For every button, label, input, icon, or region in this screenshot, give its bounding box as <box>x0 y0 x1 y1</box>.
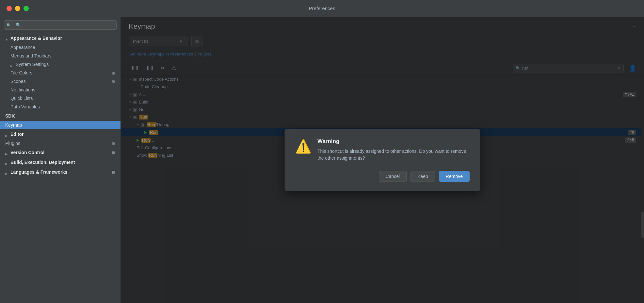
content-area: ← → Keymap macOS ▼ ⚙ Get more keymaps in… <box>121 17 644 303</box>
badge-icon: ▣ <box>112 71 115 75</box>
sidebar-item-label: Plugins <box>5 141 20 146</box>
cancel-button[interactable]: Cancel <box>379 171 407 182</box>
sidebar-item-label: Appearance & Behavior <box>10 36 62 41</box>
sidebar-item-keymap[interactable]: Keymap <box>0 121 121 129</box>
sidebar-item-appearance[interactable]: Appearance <box>0 43 121 52</box>
sidebar-item-label: Editor <box>10 132 24 137</box>
sidebar-item-label: Languages & Frameworks <box>10 169 67 175</box>
sidebar-item-languages-frameworks[interactable]: Languages & Frameworks ▣ <box>0 167 121 177</box>
maximize-button[interactable] <box>24 6 29 11</box>
sidebar-item-label: SDK <box>5 113 15 119</box>
badge-icon: ▣ <box>112 79 115 84</box>
sidebar-item-label: Path Variables <box>10 104 40 109</box>
sidebar-item-label: Build, Execution, Deployment <box>10 160 75 165</box>
close-button[interactable] <box>7 6 12 11</box>
sidebar-item-label: File Colors <box>10 70 32 75</box>
sidebar: Appearance & Behavior Appearance Menus a… <box>0 17 121 303</box>
sidebar-item-label: Scopes <box>10 79 26 84</box>
dialog-title: Warning <box>317 138 470 145</box>
warning-triangle-icon: ⚠️ <box>295 139 312 154</box>
sidebar-item-label: Version Control <box>10 150 44 155</box>
sidebar-item-plugins[interactable]: Plugins ▣ <box>0 139 121 148</box>
sidebar-search-area <box>0 17 121 33</box>
sidebar-item-label: Notifications <box>10 87 35 92</box>
sidebar-search-input[interactable] <box>4 20 117 30</box>
sidebar-item-label: Keymap <box>5 122 22 128</box>
chevron-right-icon <box>5 151 8 154</box>
keep-button[interactable]: Keep <box>411 171 435 182</box>
sidebar-item-appearance-behavior[interactable]: Appearance & Behavior <box>0 33 121 43</box>
sidebar-item-scopes[interactable]: Scopes ▣ <box>0 77 121 86</box>
sidebar-item-version-control[interactable]: Version Control ▣ <box>0 148 121 157</box>
minimize-button[interactable] <box>15 6 20 11</box>
sidebar-item-label: Menus and Toolbars <box>10 53 52 58</box>
badge-icon: ▣ <box>112 151 115 155</box>
chevron-right-icon <box>5 170 8 174</box>
sidebar-item-quick-lists[interactable]: Quick Lists <box>0 94 121 103</box>
window-title: Preferences <box>309 6 335 11</box>
dialog-header: ⚠️ Warning This shortcut is already assi… <box>295 138 470 162</box>
sidebar-item-editor[interactable]: Editor <box>0 129 121 139</box>
sidebar-item-system-settings[interactable]: System Settings <box>0 60 121 69</box>
window-controls[interactable] <box>7 6 29 11</box>
chevron-right-icon <box>10 63 14 66</box>
chevron-right-icon <box>5 133 8 136</box>
dialog-buttons: Cancel Keep Remove <box>295 171 470 182</box>
title-bar: Preferences <box>0 0 644 17</box>
sidebar-item-file-colors[interactable]: File Colors ▣ <box>0 69 121 77</box>
dialog-content: Warning This shortcut is already assigne… <box>317 138 470 162</box>
sidebar-item-build-execution[interactable]: Build, Execution, Deployment <box>0 157 121 167</box>
sidebar-item-label: System Settings <box>16 62 49 67</box>
chevron-right-icon <box>5 161 8 164</box>
main-layout: Appearance & Behavior Appearance Menus a… <box>0 17 644 303</box>
dialog-message: This shortcut is already assigned to oth… <box>317 148 470 162</box>
badge-icon: ▣ <box>112 170 115 174</box>
warning-dialog: ⚠️ Warning This shortcut is already assi… <box>284 129 480 191</box>
dialog-overlay: ⚠️ Warning This shortcut is already assi… <box>121 17 644 303</box>
search-wrap <box>4 20 117 30</box>
sidebar-item-notifications[interactable]: Notifications <box>0 86 121 94</box>
sidebar-item-sdk[interactable]: SDK <box>0 111 121 121</box>
remove-button[interactable]: Remove <box>439 171 470 182</box>
badge-icon: ▣ <box>112 141 115 146</box>
sidebar-item-label: Quick Lists <box>10 96 33 101</box>
sidebar-item-menus-toolbars[interactable]: Menus and Toolbars <box>0 52 121 60</box>
sidebar-item-path-variables[interactable]: Path Variables <box>0 103 121 111</box>
chevron-down-icon <box>5 37 8 40</box>
sidebar-item-label: Appearance <box>10 45 35 50</box>
